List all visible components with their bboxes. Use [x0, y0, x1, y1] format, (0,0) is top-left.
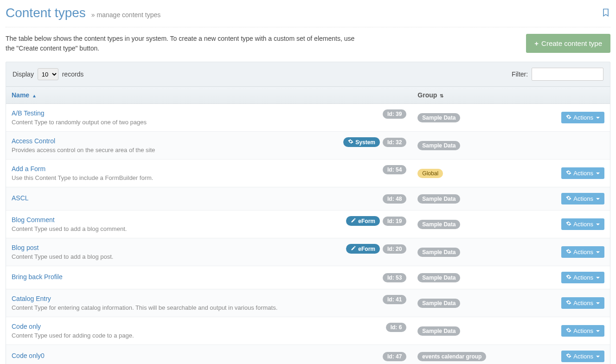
name-cell: Add a FormUse this Content Type to inclu…	[6, 160, 412, 187]
name-cell: Blog postContent Type used to add a blog…	[6, 238, 412, 266]
table-controls: Display 10 records Filter:	[6, 62, 610, 86]
actions-cell	[556, 132, 610, 160]
name-cell: Catalog EntryContent Type for entering c…	[6, 289, 412, 317]
gears-icon	[348, 139, 353, 146]
group-badge: Sample Data	[417, 141, 460, 150]
edit-icon	[351, 217, 356, 224]
actions-button[interactable]: Actions	[561, 246, 604, 258]
caret-down-icon	[596, 224, 600, 225]
actions-label: Actions	[573, 353, 593, 360]
bookmark-icon[interactable]	[601, 8, 610, 19]
content-type-description: Provides access control on the secure ar…	[12, 147, 336, 153]
sort-icon: ⇅	[440, 93, 443, 98]
name-cell: Blog CommentContent Type used to add a b…	[6, 211, 412, 238]
caret-down-icon	[596, 356, 600, 358]
row-tags: Id: 41	[383, 295, 406, 304]
actions-cell: Actions	[556, 104, 610, 132]
intro-text: The table below shows the content types …	[6, 34, 358, 53]
actions-label: Actions	[573, 274, 593, 281]
table-row: Bring back ProfileId: 53Sample DataActio…	[6, 266, 610, 289]
actions-button[interactable]: Actions	[561, 112, 604, 123]
table-row: A/B TestingContent Type to randomly outp…	[6, 104, 610, 132]
actions-label: Actions	[573, 300, 593, 307]
group-cell: Sample Data	[412, 289, 556, 317]
row-tags: SystemId: 32	[343, 137, 406, 147]
content-type-name-link[interactable]: Blog post	[12, 244, 339, 251]
row-tags: eFormId: 19	[346, 216, 406, 226]
id-badge: Id: 39	[383, 109, 406, 119]
actions-button[interactable]: Actions	[561, 193, 604, 204]
group-badge: Global	[417, 169, 443, 178]
gear-icon	[566, 353, 571, 360]
id-badge: Id: 53	[383, 273, 406, 282]
table-row: ASCLId: 48Sample DataActions	[6, 187, 610, 211]
content-types-table: Name ▲ Group ⇅ A/B TestingContent Type t…	[6, 86, 610, 364]
tag-label: eForm	[358, 218, 375, 224]
column-header-actions	[556, 87, 610, 104]
row-tags: Id: 6	[386, 323, 407, 332]
tag-label: eForm	[358, 246, 375, 252]
actions-label: Actions	[573, 221, 593, 228]
create-content-type-button[interactable]: + Create content type	[526, 34, 610, 53]
group-badge: Sample Data	[417, 326, 460, 336]
actions-cell: Actions	[556, 317, 610, 345]
name-cell: Code only0Id: 47	[6, 345, 412, 364]
column-header-group[interactable]: Group ⇅	[412, 87, 556, 104]
actions-button[interactable]: Actions	[561, 167, 604, 179]
row-tags: Id: 47	[383, 352, 406, 361]
group-cell: Sample Data	[412, 266, 556, 289]
group-cell: Sample Data	[412, 317, 556, 345]
content-type-description: Content Type used to add a blog comment.	[12, 225, 339, 232]
gear-icon	[566, 327, 571, 334]
caret-down-icon	[596, 251, 600, 253]
actions-button[interactable]: Actions	[561, 325, 604, 337]
content-type-name-link[interactable]: Catalog Entry	[12, 295, 375, 302]
tag-label: System	[355, 139, 375, 146]
display-records-control: Display 10 records	[13, 68, 83, 80]
actions-label: Actions	[573, 327, 593, 334]
content-type-name-link[interactable]: Blog Comment	[12, 216, 339, 224]
display-label-post: records	[62, 70, 84, 78]
row-tags: eFormId: 20	[346, 244, 406, 254]
actions-button[interactable]: Actions	[561, 218, 604, 230]
content-type-name-link[interactable]: Access Control	[12, 137, 336, 145]
content-type-description: Content Type used for adding code to a p…	[12, 332, 379, 339]
intro-row: The table below shows the content types …	[6, 34, 610, 53]
column-header-name[interactable]: Name ▲	[6, 87, 412, 104]
group-cell: Sample Data	[412, 238, 556, 266]
id-badge: Id: 48	[383, 194, 406, 204]
filter-input[interactable]	[532, 68, 603, 81]
display-records-select[interactable]: 10	[38, 68, 58, 80]
content-type-description: Content Type for entering catalog inform…	[12, 304, 375, 311]
page-header-left: Content types »manage content types	[6, 6, 160, 20]
content-type-name-link[interactable]: Bring back Profile	[12, 273, 375, 281]
id-badge: Id: 41	[383, 295, 406, 304]
id-badge: Id: 20	[383, 244, 406, 254]
gear-icon	[566, 300, 571, 307]
caret-down-icon	[596, 330, 600, 332]
actions-button[interactable]: Actions	[561, 351, 604, 362]
content-type-name-link[interactable]: Code only	[12, 323, 379, 330]
name-cell: A/B TestingContent Type to randomly outp…	[6, 104, 412, 132]
group-badge: Sample Data	[417, 220, 460, 229]
column-header-name-label: Name	[12, 91, 29, 99]
actions-label: Actions	[573, 249, 593, 255]
tag-badge: System	[343, 137, 380, 147]
group-badge: Sample Data	[417, 273, 460, 282]
id-badge: Id: 6	[386, 323, 407, 332]
group-cell: Sample Data	[412, 211, 556, 238]
content-type-name-link[interactable]: ASCL	[12, 194, 375, 202]
content-type-name-link[interactable]: Code only0	[12, 352, 375, 359]
content-type-description: Content Type used to add a blog post.	[12, 253, 339, 260]
name-cell: ASCLId: 48	[6, 187, 412, 211]
name-cell: Code onlyContent Type used for adding co…	[6, 317, 412, 345]
content-type-name-link[interactable]: A/B Testing	[12, 109, 375, 117]
name-cell: Bring back ProfileId: 53	[6, 266, 412, 289]
filter-control: Filter:	[512, 68, 603, 81]
row-tags: Id: 53	[383, 273, 406, 282]
table-row: Access ControlProvides access control on…	[6, 132, 610, 160]
actions-button[interactable]: Actions	[561, 297, 604, 309]
actions-button[interactable]: Actions	[561, 272, 604, 283]
content-type-name-link[interactable]: Add a Form	[12, 165, 375, 172]
column-header-group-label: Group	[417, 91, 437, 99]
